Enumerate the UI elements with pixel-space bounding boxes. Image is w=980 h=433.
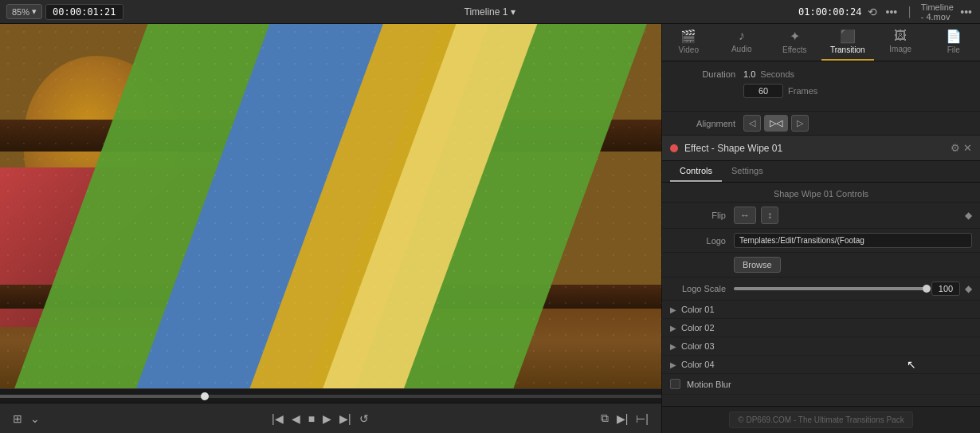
zoom-control[interactable]: 85% ▾ [6,4,42,19]
alignment-row: Alignment ◁ ▷◁ ▷ [662,112,980,136]
panel-footer: © DP669.COM - The Ultimate Transitions P… [662,406,980,433]
sub-tab-settings[interactable]: Settings [722,161,773,182]
next-clip-button[interactable]: ▶| [613,410,632,427]
color-04-section[interactable]: ▶ Color 04 ↖ [662,356,980,374]
motion-blur-label: Motion Blur [687,380,731,389]
sub-tab-controls-label: Controls [680,166,712,175]
color-04-chevron: ▶ [670,360,676,369]
video-canvas [0,24,661,388]
transition-tab-icon: ⬛ [840,29,856,44]
logo-path-display: Templates:/Edit/Transitions/(Footag [734,233,972,248]
tab-effects[interactable]: ✦ Effects [768,24,821,61]
color-02-label: Color 02 [681,323,715,333]
color-03-chevron: ▶ [670,342,676,351]
flip-keyframe-indicator: ◆ [965,210,972,221]
image-tab-icon: 🖼 [894,29,907,43]
color-01-section[interactable]: ▶ Color 01 [662,301,980,319]
color-03-label: Color 03 [681,341,715,351]
viewer-mode-button[interactable]: ⊞ [10,410,25,427]
timecode-right: 01:00:00:24 [798,6,861,18]
timecode-left[interactable]: 00:00:01:21 [45,4,123,20]
loop-button[interactable]: ↺ [356,410,372,427]
logo-content: Templates:/Edit/Transitions/(Footag [734,233,972,248]
flip-vertical-button[interactable]: ↕ [761,207,778,224]
progress-track [0,395,661,398]
tab-image-label: Image [889,45,911,53]
frames-row: Frames [672,84,970,98]
timeline-name: Timeline 1 [465,6,508,18]
controls-content: Shape Wipe 01 Controls Flip ↔ ↕ ◆ Logo T… [662,183,980,406]
top-bar-right: 01:00:00:24 ⟲ ••• │ Timeline - 4.mov ••• [798,2,974,22]
tab-audio-label: Audio [731,45,752,53]
duration-value[interactable]: 1.0 [743,69,755,79]
tab-video[interactable]: 🎬 Video [662,24,715,61]
align-right-button[interactable]: ▷ [791,115,809,132]
shape-wipe-overlay [0,24,661,388]
panel-more-button[interactable]: ••• [958,4,974,20]
browse-content: Browse [734,257,972,273]
sync-button[interactable]: ⟲ [866,4,879,20]
zoom-chevron: ▾ [32,6,37,17]
duration-section: Duration 1.0 Seconds Frames [662,61,980,112]
top-bar: 85% ▾ 00:00:01:21 Timeline 1 ▾ 01:00:00:… [0,0,980,24]
logo-scale-slider[interactable] [734,287,927,290]
audio-tab-icon: ♪ [739,29,745,43]
browse-button[interactable]: Browse [734,257,781,273]
motion-blur-row: Motion Blur [662,374,980,395]
effect-active-indicator[interactable] [670,144,678,152]
effect-close-button[interactable]: ✕ [963,142,972,154]
effect-settings-button[interactable]: ⚙ [951,142,960,154]
tab-effects-label: Effects [782,45,806,54]
duration-row: Duration 1.0 Seconds [672,69,970,79]
step-back-button[interactable]: ◀ [288,410,304,427]
sub-tab-settings-label: Settings [731,166,763,175]
footer-text: © DP669.COM - The Ultimate Transitions P… [729,411,912,428]
timeline-chevron: ▾ [511,6,515,18]
sub-tab-controls[interactable]: Controls [670,161,722,182]
right-panel: 🎬 Video ♪ Audio ✦ Effects ⬛ Transition 🖼… [661,24,980,433]
tab-transition-label: Transition [830,45,865,54]
progress-fill [0,395,205,398]
output-controls: ⧉ ▶| ⊢| [598,409,652,427]
color-03-section[interactable]: ▶ Color 03 [662,337,980,356]
mouse-cursor: ↖ [907,358,916,371]
go-to-start-button[interactable]: |◀ [269,410,287,427]
tab-file[interactable]: 📄 File [927,24,981,61]
color-01-chevron: ▶ [670,305,676,314]
go-to-end-button[interactable]: ▶| [336,410,355,427]
motion-blur-checkbox[interactable] [670,379,680,389]
scale-keyframe-indicator: ◆ [965,283,972,294]
tab-image[interactable]: 🖼 Image [874,24,927,61]
browse-row: Browse [662,253,980,278]
tab-audio[interactable]: ♪ Audio [715,24,769,61]
last-frame-button[interactable]: ⊢| [633,410,652,427]
top-bar-center: Timeline 1 ▾ [182,6,798,18]
color-02-section[interactable]: ▶ Color 02 [662,319,980,337]
frames-label: Frames [788,86,817,96]
viewer-dropdown-button[interactable]: ⌄ [27,410,43,427]
logo-scale-content: ◆ [734,281,972,296]
fullscreen-button[interactable]: ⧉ [598,409,612,427]
align-center-button[interactable]: ▷◁ [764,115,788,132]
tab-transition[interactable]: ⬛ Transition [821,24,875,61]
logo-label: Logo [670,236,734,246]
section-title: Shape Wipe 01 Controls [662,183,980,203]
flip-controls: ↔ ↕ ◆ [734,207,972,224]
progress-thumb[interactable] [201,392,209,400]
bottom-controls: ⊞ ⌄ |◀ ◀ ■ ▶ ▶| ↺ ⧉ ▶| ⊢| [0,403,661,433]
align-left-button[interactable]: ◁ [743,115,761,132]
more-options-button[interactable]: ••• [884,4,899,20]
flip-horizontal-button[interactable]: ↔ [734,207,756,224]
timeline-label: Timeline 1 ▾ [465,6,516,18]
alignment-buttons: ◁ ▷◁ ▷ [743,115,809,132]
slider-thumb[interactable] [923,285,931,293]
alignment-label: Alignment [672,119,743,128]
stop-button[interactable]: ■ [305,410,318,427]
play-button[interactable]: ▶ [319,410,335,427]
progress-bar-area[interactable] [0,388,661,403]
effect-header: Effect - Shape Wipe 01 ⚙ ✕ [662,136,980,161]
frames-input[interactable] [743,84,783,98]
logo-scale-row: Logo Scale ◆ [662,278,980,301]
panel-title: Timeline - 4.mov [921,2,955,22]
logo-scale-value[interactable] [931,281,960,296]
